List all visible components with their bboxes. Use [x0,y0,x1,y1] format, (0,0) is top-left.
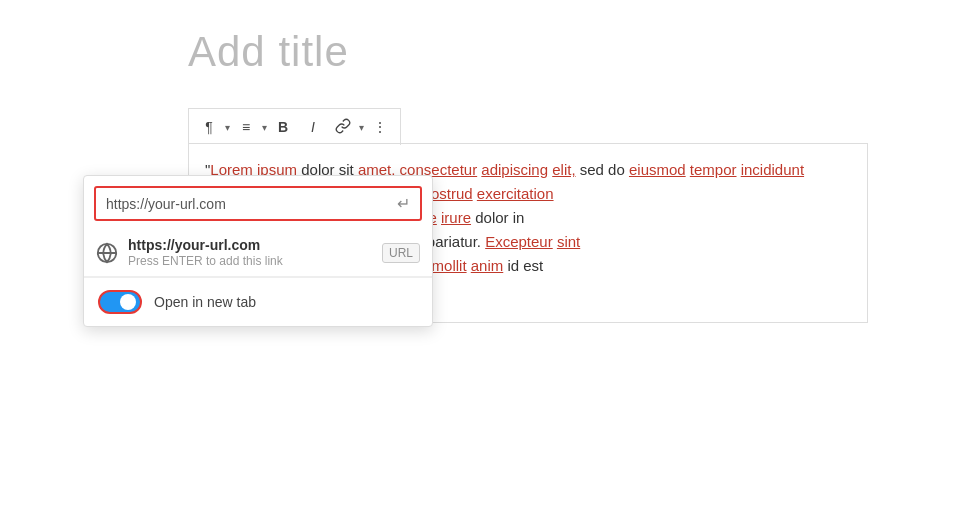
link-button[interactable] [329,113,357,141]
anim-link: anim [471,257,504,274]
paragraph-chevron-icon[interactable]: ▾ [225,122,230,133]
url-badge: URL [382,243,420,263]
italic-icon: I [311,119,315,135]
paragraph-icon: ¶ [205,119,213,135]
link-hint: Press ENTER to add this link [128,254,372,268]
exercitation-link: exercitation [477,185,554,202]
align-chevron-icon[interactable]: ▾ [262,122,267,133]
toolbar: ¶ ▾ ≡ ▾ B I ▾ ⋮ [188,108,401,145]
mollit-link: mollit [432,257,467,274]
link-url-label: https://your-url.com [128,237,372,253]
link-icon [335,118,351,137]
globe-icon [96,242,118,264]
toggle-row: Open in new tab [84,278,432,326]
toggle-track [98,290,142,314]
irure-link: irure [441,209,471,226]
add-title[interactable]: Add title [188,28,349,75]
link-popup: ↵ https://your-url.com Press ENTER to ad… [83,175,433,327]
italic-button[interactable]: I [299,113,327,141]
paragraph-button[interactable]: ¶ [195,113,223,141]
open-in-new-tab-toggle[interactable] [98,290,142,314]
incididunt-link: incididunt [741,161,804,178]
toggle-thumb [120,294,136,310]
page-container: Add title ¶ ▾ ≡ ▾ B I ▾ ⋮ [0,0,969,518]
align-button[interactable]: ≡ [232,113,260,141]
eiusmod-link: eiusmod [629,161,686,178]
adipiscing-link: adipiscing [481,161,548,178]
link-input-row: ↵ [94,186,422,221]
link-suggestion-text: https://your-url.com Press ENTER to add … [128,237,372,268]
more-icon: ⋮ [373,119,387,135]
title-area: Add title [188,28,349,76]
enter-icon: ↵ [397,194,410,213]
bold-icon: B [278,119,288,135]
elit-link: elit, [552,161,575,178]
link-chevron-icon[interactable]: ▾ [359,122,364,133]
bold-button[interactable]: B [269,113,297,141]
toggle-label: Open in new tab [154,294,256,310]
align-icon: ≡ [242,119,250,135]
excepteur-link: Excepteur [485,233,553,250]
link-url-input[interactable] [106,196,391,212]
tempor-link: tempor [690,161,737,178]
more-button[interactable]: ⋮ [366,113,394,141]
link-suggestion-row[interactable]: https://your-url.com Press ENTER to add … [84,229,432,277]
sint-link: sint [557,233,580,250]
